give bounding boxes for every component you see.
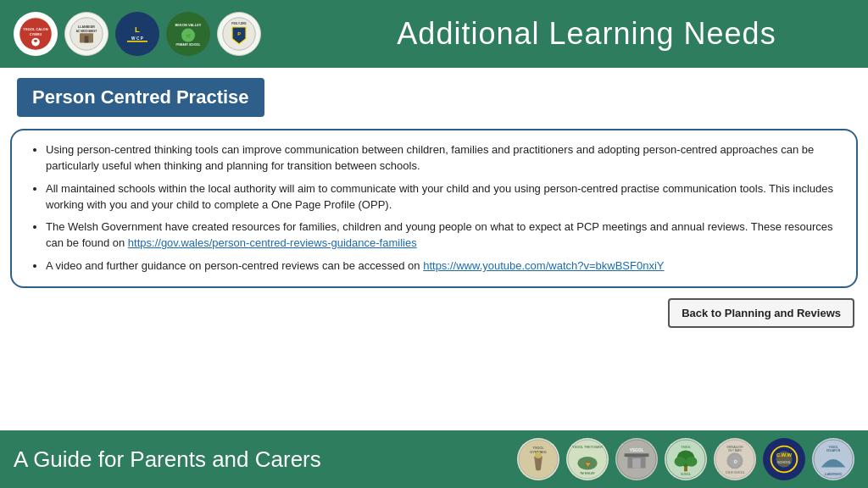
svg-text:C.W.W: C.W.W <box>776 452 792 458</box>
logo-llanbedr: LLANBEDR AC MECHANIST <box>64 12 108 56</box>
svg-text:YSGOL TRETOWER: YSGOL TRETOWER <box>572 446 603 449</box>
list-item-3: The Welsh Government have created resour… <box>46 219 839 252</box>
back-button-area: Back to Planning and Reviews <box>0 295 868 331</box>
back-to-planning-button[interactable]: Back to Planning and Reviews <box>668 298 854 328</box>
svg-text:CYMRU: CYMRU <box>30 32 42 36</box>
svg-text:W C P: W C P <box>131 36 144 41</box>
svg-text:YSGOL CALON: YSGOL CALON <box>23 27 47 31</box>
svg-text:YSGOL: YSGOL <box>532 446 543 450</box>
list-item-4: A video and further guidance on person-c… <box>46 258 839 274</box>
svg-text:🦁: 🦁 <box>585 461 592 468</box>
logo-bekon-valley: BEKON VALLEY 🌿 PRIMARY SCHOOL <box>166 12 210 56</box>
svg-rect-34 <box>632 458 641 469</box>
footer-logo-ysgol-dolafon: YSGOL DOLAFON LLANDRINDOD <box>812 438 854 480</box>
svg-text:YSGOL: YSGOL <box>828 446 838 449</box>
svg-point-40 <box>686 457 697 467</box>
footer-logo-school3: YSGOL <box>615 438 658 480</box>
svg-text:BEKON VALLEY: BEKON VALLEY <box>175 23 201 27</box>
section-title-bar: Person Centred Practise <box>17 78 264 117</box>
svg-point-39 <box>675 457 686 467</box>
svg-text:C.W.W. SCHOOL: C.W.W. SCHOOL <box>726 471 745 474</box>
svg-text:SCHOOL: SCHOOL <box>777 461 791 464</box>
footer-logos: YSGOL GYMRAEG YSGOL TRETOWER 🦁 YM MHLWY … <box>517 438 854 480</box>
svg-text:LLANDRINDOD: LLANDRINDOD <box>825 473 843 476</box>
svg-text:L: L <box>135 25 140 34</box>
svg-text:P: P <box>237 31 241 36</box>
svg-text:AC MECHANIST: AC MECHANIST <box>76 30 97 33</box>
main-content: Person Centred Practise Using person-cen… <box>0 68 868 331</box>
svg-text:PEN-Y-DRE: PEN-Y-DRE <box>231 22 246 25</box>
section-title: Person Centred Practise <box>32 86 249 108</box>
bullet-text-4-prefix: A video and further guidance on person-c… <box>46 259 423 272</box>
header-title: Additional Learning Needs <box>336 16 854 52</box>
svg-text:SCHOOL: SCHOOL <box>681 473 692 476</box>
svg-text:ON Y MAES: ON Y MAES <box>728 449 742 452</box>
bullet-link-4[interactable]: https://www.youtube.com/watch?v=bkwBSF0n… <box>423 259 664 272</box>
logo-pen: P PEN-Y-DRE <box>217 12 261 56</box>
footer-logo-ysgol-tretower: YSGOL TRETOWER 🦁 YM MHLWY <box>566 438 609 480</box>
svg-text:YM MHLWY: YM MHLWY <box>580 472 596 475</box>
svg-text:⚙: ⚙ <box>733 459 737 464</box>
svg-rect-12 <box>127 41 147 42</box>
section-title-wrapper: Person Centred Practise <box>0 68 868 124</box>
footer-logo-cww: C.W.W SCHOOL <box>763 438 805 480</box>
svg-point-9 <box>121 18 153 50</box>
bullet-link-3[interactable]: https://gov.wales/person-centred-reviews… <box>128 236 417 249</box>
footer-logo-brinalvor: BRINALVOR ON Y MAES ⚙ C.W.W. SCHOOL <box>714 438 756 480</box>
svg-text:BRINALVOR: BRINALVOR <box>726 446 743 449</box>
bullet-text-1: Using person-centred thinking tools can … <box>46 143 814 172</box>
svg-text:PRIMARY SCHOOL: PRIMARY SCHOOL <box>175 43 200 47</box>
svg-rect-8 <box>85 36 89 42</box>
list-item-2: All maintained schools within the local … <box>46 181 839 214</box>
content-box: Using person-centred thinking tools can … <box>10 129 858 288</box>
list-item-1: Using person-centred thinking tools can … <box>46 142 839 175</box>
svg-text:LLANBEDR: LLANBEDR <box>78 25 95 29</box>
header-logos: YSGOL CALON CYMRU LLANBEDR AC MECHANIST … <box>14 12 336 56</box>
footer: A Guide for Parents and Carers YSGOL GYM… <box>0 430 868 488</box>
footer-logo-ysgol-gymraeg: YSGOL GYMRAEG <box>517 438 559 480</box>
footer-logo-school4: YSGOL SCHOOL <box>665 438 707 480</box>
footer-text: A Guide for Parents and Carers <box>14 446 321 473</box>
logo-ysgol-calon-cymru: YSGOL CALON CYMRU <box>14 12 58 56</box>
svg-point-24 <box>535 452 542 458</box>
svg-text:DOLAFON: DOLAFON <box>826 449 841 452</box>
logo-lwc: L W C P <box>115 12 159 56</box>
bullet-text-2: All maintained schools within the local … <box>46 182 833 211</box>
svg-text:🌿: 🌿 <box>186 33 191 39</box>
svg-text:YSGOL: YSGOL <box>630 448 644 452</box>
header: YSGOL CALON CYMRU LLANBEDR AC MECHANIST … <box>0 0 868 68</box>
svg-text:YSGOL: YSGOL <box>681 446 691 449</box>
content-list: Using person-centred thinking tools can … <box>29 142 839 274</box>
svg-rect-33 <box>625 453 649 457</box>
